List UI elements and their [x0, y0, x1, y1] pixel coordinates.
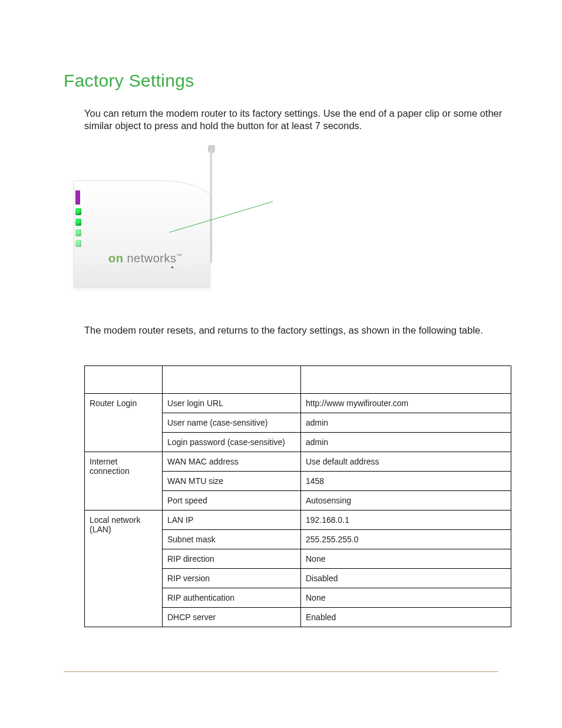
brand-tm: ™ [177, 253, 183, 259]
table-header-cell [85, 366, 163, 394]
table-row: Local network (LAN)LAN IP192.168.0.1 [85, 510, 511, 530]
table-default-cell: 192.168.0.1 [301, 510, 511, 530]
table-feature-cell: LAN IP [163, 510, 301, 530]
table-group-cell: Internet connection [85, 452, 163, 510]
table-feature-cell: WAN MAC address [163, 452, 301, 472]
document-page: Factory Settings You can return the mode… [0, 0, 562, 728]
table-feature-cell: Login password (case-sensitive) [163, 433, 301, 452]
table-header-row [85, 366, 511, 394]
table-default-cell: admin [301, 413, 511, 433]
table-feature-cell: RIP direction [163, 549, 301, 569]
table-feature-cell: RIP version [163, 569, 301, 588]
table-group-cell: Router Login [85, 394, 163, 452]
post-image-paragraph: The modem router resets, and returns to … [84, 325, 503, 336]
table-feature-cell: User name (case-sensitive) [163, 413, 301, 433]
table-feature-cell: DHCP server [163, 608, 301, 627]
table-row: Router LoginUser login URLhttp://www myw… [85, 394, 511, 413]
footer-divider [64, 671, 498, 672]
table-default-cell: 255.255.255.0 [301, 530, 511, 549]
table-default-cell: admin [301, 433, 511, 452]
table-default-cell: Enabled [301, 608, 511, 627]
factory-settings-table: Router LoginUser login URLhttp://www myw… [84, 365, 511, 627]
table-header-cell [163, 366, 301, 394]
router-brand-label: on networks™ [108, 252, 182, 265]
table-default-cell: Use default address [301, 452, 511, 472]
router-body-icon: on networks™ [74, 180, 210, 288]
table-default-cell: 1458 [301, 472, 511, 491]
router-ports-icon [74, 187, 88, 251]
svg-line-0 [170, 202, 273, 232]
table-default-cell: None [301, 588, 511, 608]
table-feature-cell: User login URL [163, 394, 301, 413]
router-illustration: on networks™ [71, 145, 330, 292]
table-feature-cell: WAN MTU size [163, 472, 301, 491]
table-default-cell: None [301, 549, 511, 569]
intro-paragraph: You can return the modem router to its f… [84, 107, 503, 132]
page-title: Factory Settings [64, 71, 503, 91]
table-default-cell: http://www mywifirouter.com [301, 394, 511, 413]
brand-on: on [108, 252, 123, 265]
table-group-cell: Local network (LAN) [85, 510, 163, 627]
reset-button-icon [171, 266, 173, 268]
table-header-cell [301, 366, 511, 394]
table-row: Internet connectionWAN MAC addressUse de… [85, 452, 511, 472]
table-default-cell: Disabled [301, 569, 511, 588]
table-feature-cell: Subnet mask [163, 530, 301, 549]
leader-line-icon [170, 202, 276, 234]
table-feature-cell: RIP authentication [163, 588, 301, 608]
table-feature-cell: Port speed [163, 491, 301, 510]
brand-rest: networks [123, 252, 176, 265]
table-default-cell: Autosensing [301, 491, 511, 510]
